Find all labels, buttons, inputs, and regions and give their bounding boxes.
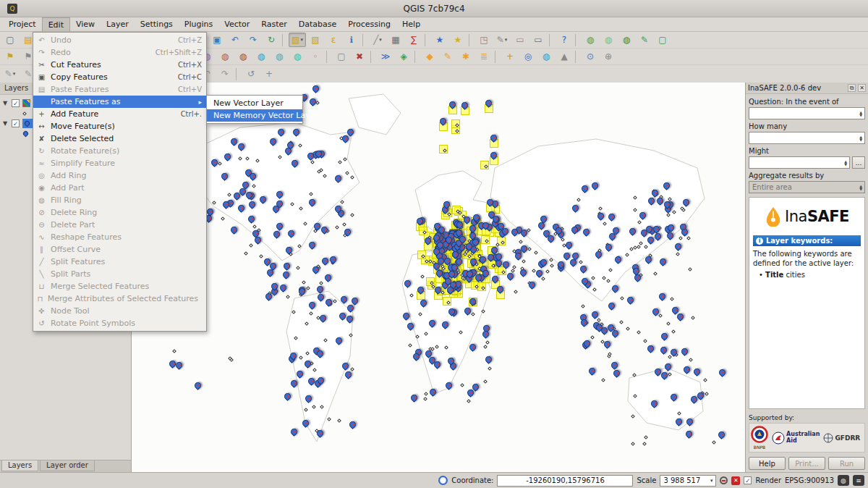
edit-menu-item-undo[interactable]: ↶UndoCtrl+Z bbox=[33, 34, 206, 46]
zoom-next-button[interactable]: ↷ bbox=[244, 33, 262, 47]
exposure-combo[interactable]: ▲▼ bbox=[749, 132, 865, 144]
help-contents-button[interactable]: ? bbox=[556, 33, 573, 47]
expander-icon[interactable]: ▼ bbox=[3, 120, 9, 127]
grass-new-mapset-button[interactable]: ◍ bbox=[600, 33, 617, 47]
print-button[interactable]: Print... bbox=[788, 457, 825, 470]
terrain-3d-button[interactable]: ▲ bbox=[556, 49, 573, 64]
edit-menu-item-merge-selected-features[interactable]: ⊔Merge Selected Features bbox=[33, 280, 206, 293]
label-pin-button[interactable]: ⚑ bbox=[1, 49, 19, 64]
edit-menu-item-node-tool[interactable]: ✜Node Tool bbox=[33, 305, 206, 317]
new-bookmark-button[interactable]: ★ bbox=[449, 33, 467, 47]
python-console-button[interactable]: ≫ bbox=[377, 49, 394, 64]
menu-settings[interactable]: Settings bbox=[135, 17, 179, 31]
add-wcs-layer-button[interactable]: ◍ bbox=[271, 49, 288, 64]
map-canvas[interactable] bbox=[132, 83, 745, 472]
menu-vector[interactable]: Vector bbox=[218, 17, 255, 31]
edit-menu-item-merge-attributes-of-selected-features[interactable]: ⊓Merge Attributes of Selected Features bbox=[33, 293, 206, 305]
stop-render-icon[interactable]: ✕ bbox=[731, 476, 740, 485]
render-checkbox[interactable]: ✓ bbox=[744, 476, 752, 484]
attribute-table-button[interactable]: ▦ bbox=[387, 33, 404, 47]
grass-edit-button[interactable]: ✎ bbox=[636, 33, 653, 47]
edit-menu-item-move-feature-s[interactable]: ↔Move Feature(s) bbox=[33, 120, 206, 132]
magnifier-icon[interactable] bbox=[720, 476, 728, 484]
submenu-item-new-memory-vector-layer[interactable]: New Memory Vector Layer bbox=[207, 109, 302, 122]
grass-tools-button[interactable]: ◍ bbox=[618, 33, 635, 47]
menu-help[interactable]: Help bbox=[396, 17, 426, 31]
function-options-button[interactable]: ... bbox=[852, 156, 865, 169]
add-delimited-text-button[interactable]: ◦ bbox=[307, 49, 324, 64]
edit-menu-item-split-parts[interactable]: ╲Split Parts bbox=[33, 268, 206, 280]
edit-menu-item-rotate-feature-s[interactable]: ↻Rotate Feature(s) bbox=[33, 145, 206, 157]
help-button[interactable]: Help bbox=[749, 457, 786, 470]
identify-features-button[interactable]: ℹ bbox=[343, 33, 360, 47]
add-wfs-layer-button[interactable]: ◍ bbox=[289, 49, 306, 64]
edit-menu-item-simplify-feature[interactable]: ≈Simplify Feature bbox=[33, 157, 206, 169]
scale-field[interactable]: 3 988 517 ▾ bbox=[660, 475, 716, 487]
tab-layers[interactable]: Layers bbox=[1, 460, 38, 471]
edit-menu-item-split-features[interactable]: ╱Split Features bbox=[33, 256, 206, 268]
edit-menu-item-reshape-features[interactable]: ∿Reshape Features bbox=[33, 231, 206, 243]
coordinate-capture-button[interactable]: ◎ bbox=[519, 49, 537, 64]
menu-view[interactable]: View bbox=[70, 17, 101, 31]
edit-menu-item-offset-curve[interactable]: ∥Offset Curve bbox=[33, 243, 206, 256]
crs-status-button[interactable]: ◍ bbox=[838, 475, 849, 486]
compass-button[interactable]: + bbox=[501, 49, 519, 64]
submenu-item-new-vector-layer[interactable]: New Vector Layer bbox=[207, 97, 302, 109]
inasafe-batch-button[interactable]: ≣ bbox=[475, 49, 493, 64]
run-button[interactable]: Run bbox=[828, 457, 865, 470]
remove-layer-button[interactable]: ✖ bbox=[351, 49, 368, 64]
zoom-to-layer-button[interactable]: ▣ bbox=[208, 33, 226, 47]
menu-database[interactable]: Database bbox=[293, 17, 343, 31]
deselect-features-button[interactable]: ▧ bbox=[307, 33, 324, 47]
scale-dropdown-icon[interactable]: ▾ bbox=[710, 478, 713, 484]
edit-menu-item-delete-ring[interactable]: ⊘Delete Ring bbox=[33, 206, 206, 219]
edit-menu-item-fill-ring[interactable]: ◍Fill Ring bbox=[33, 194, 206, 206]
hazard-combo[interactable]: ▲▼ bbox=[749, 107, 865, 119]
menu-processing[interactable]: Processing bbox=[342, 17, 396, 31]
expander-icon[interactable]: ▼ bbox=[3, 100, 9, 106]
edit-menu-item-copy-features[interactable]: ▣Copy FeaturesCtrl+C bbox=[33, 71, 206, 83]
tracking-icon[interactable] bbox=[438, 476, 448, 485]
menu-raster[interactable]: Raster bbox=[255, 17, 292, 31]
measure-button[interactable]: ╱▾ bbox=[369, 33, 386, 47]
inasafe-dock-button[interactable]: ◆ bbox=[421, 49, 438, 64]
zoom-next-alt-button[interactable]: ⊙ bbox=[582, 49, 599, 64]
edit-menu-item-add-ring[interactable]: ◎Add Ring bbox=[33, 169, 206, 182]
zoom-last-button[interactable]: ↶ bbox=[226, 33, 244, 47]
dock-float-button[interactable]: ⧉ bbox=[848, 84, 856, 92]
offset-point-symbols-button[interactable]: + bbox=[260, 67, 278, 81]
grass-open-mapset-button[interactable]: ◍ bbox=[582, 33, 599, 47]
menu-plugins[interactable]: Plugins bbox=[179, 17, 218, 31]
new-project-button[interactable]: ▢ bbox=[1, 33, 19, 47]
annotation-button[interactable]: ✎▾ bbox=[493, 33, 511, 47]
inasafe-keywords-button[interactable]: ✎ bbox=[439, 49, 456, 64]
log-messages-button[interactable]: ≡ bbox=[853, 475, 864, 486]
function-combo[interactable]: ▲▼ bbox=[749, 156, 850, 169]
current-edits-button[interactable]: ✎▾ bbox=[1, 67, 19, 81]
edit-menu-item-redo[interactable]: ↷RedoCtrl+Shift+Z bbox=[33, 46, 206, 59]
select-features-button[interactable]: ▨▾ bbox=[289, 33, 306, 47]
edit-menu-item-delete-selected[interactable]: ✘Delete Selected bbox=[33, 132, 206, 145]
new-memory-layer-button[interactable]: ▢ bbox=[333, 49, 350, 64]
field-calculator-button[interactable]: ∑ bbox=[405, 33, 422, 47]
edit-menu-item-paste-features[interactable]: ▤Paste FeaturesCtrl+V bbox=[33, 83, 206, 96]
edit-menu-item-add-feature[interactable]: +Add FeatureCtrl+. bbox=[33, 108, 206, 120]
edit-menu-item-paste-features-as[interactable]: Paste Features as▸ bbox=[33, 96, 206, 108]
menu-edit[interactable]: Edit bbox=[42, 17, 70, 31]
layer-checkbox[interactable]: ✓ bbox=[12, 119, 20, 127]
layer-checkbox[interactable]: ✓ bbox=[12, 99, 20, 107]
edit-menu-item-delete-part[interactable]: ⊖Delete Part bbox=[33, 219, 206, 231]
plugin-manager-button[interactable]: ◈ bbox=[395, 49, 412, 64]
edit-menu-item-cut-features[interactable]: ✂Cut FeaturesCtrl+X bbox=[33, 59, 206, 71]
dock-close-button[interactable]: ✕ bbox=[858, 84, 866, 92]
edit-menu-item-rotate-point-symbols[interactable]: ↺Rotate Point Symbols bbox=[33, 317, 206, 329]
bookmarks-button[interactable]: ★ bbox=[431, 33, 448, 47]
add-wms-layer-button[interactable]: ◍ bbox=[252, 49, 270, 64]
inasafe-options-button[interactable]: ✱ bbox=[457, 49, 475, 64]
edit-menu-item-add-part[interactable]: ◉Add Part bbox=[33, 182, 206, 194]
add-mssql-layer-button[interactable]: ◍ bbox=[216, 49, 234, 64]
grass-region-button[interactable]: ▢ bbox=[654, 33, 671, 47]
composer-manager-button[interactable]: ▭ bbox=[529, 33, 547, 47]
map-tips-button[interactable]: ◳ bbox=[475, 33, 493, 47]
tab-layer-order[interactable]: Layer order bbox=[40, 460, 95, 471]
